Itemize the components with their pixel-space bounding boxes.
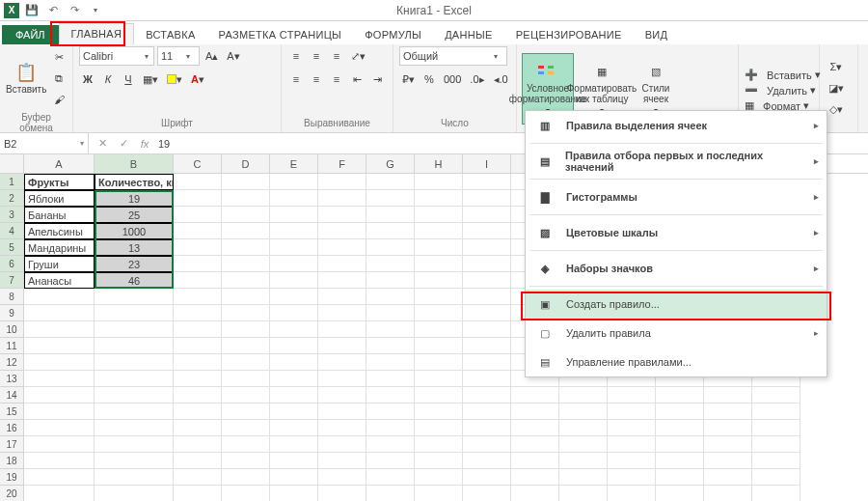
cell-J18[interactable] <box>511 453 559 469</box>
cell-E10[interactable] <box>270 321 318 338</box>
delete-cells-button[interactable]: ➖ Удалить▾ <box>745 84 821 97</box>
accept-formula-icon[interactable]: ✓ <box>116 137 131 150</box>
cell-H13[interactable] <box>415 371 463 387</box>
tab-data[interactable]: ДАННЫЕ <box>433 25 504 44</box>
cell-G19[interactable] <box>366 469 415 486</box>
cell-C4[interactable] <box>174 223 222 239</box>
cell-A1[interactable]: Фрукты <box>24 174 95 190</box>
cell-F16[interactable] <box>318 420 366 436</box>
cell-H11[interactable] <box>415 338 463 354</box>
cell-B10[interactable] <box>95 321 174 338</box>
cell-D15[interactable] <box>222 404 270 420</box>
cell-I8[interactable] <box>463 289 511 305</box>
column-header-F[interactable]: F <box>318 154 366 173</box>
cell-F1[interactable] <box>318 174 366 190</box>
cell-H17[interactable] <box>415 436 463 453</box>
cell-G10[interactable] <box>366 321 415 338</box>
cell-L18[interactable] <box>608 453 656 469</box>
cell-A19[interactable] <box>24 469 95 486</box>
cell-B12[interactable] <box>95 354 174 371</box>
cell-A8[interactable] <box>24 289 95 305</box>
cell-E20[interactable] <box>270 486 318 501</box>
number-format-dropdown[interactable]: ▾ <box>399 46 507 66</box>
font-family-input[interactable] <box>80 47 140 65</box>
cell-K20[interactable] <box>559 486 608 501</box>
cell-D10[interactable] <box>222 321 270 338</box>
cell-J17[interactable] <box>511 436 559 453</box>
tab-formulas[interactable]: ФОРМУЛЫ <box>353 25 433 44</box>
cell-D12[interactable] <box>222 354 270 371</box>
cell-E14[interactable] <box>270 387 318 404</box>
column-header-E[interactable]: E <box>270 154 318 173</box>
cell-K18[interactable] <box>559 453 608 469</box>
cell-E3[interactable] <box>270 207 318 223</box>
fx-icon[interactable]: fx <box>137 138 152 150</box>
tab-view[interactable]: ВИД <box>634 25 680 44</box>
cell-D9[interactable] <box>222 305 270 321</box>
undo-icon[interactable]: ↶ <box>44 2 62 19</box>
column-header-A[interactable]: A <box>24 154 95 173</box>
clear-icon[interactable]: ◇▾ <box>826 100 847 120</box>
cell-K14[interactable] <box>559 387 608 404</box>
cell-H4[interactable] <box>415 223 463 239</box>
row-header-20[interactable]: 20 <box>0 486 24 501</box>
font-color-button[interactable]: A▾ <box>188 70 207 89</box>
cell-F15[interactable] <box>318 404 366 420</box>
cell-B17[interactable] <box>95 436 174 453</box>
cell-A17[interactable] <box>24 436 95 453</box>
cell-D13[interactable] <box>222 371 270 387</box>
cell-B5[interactable]: 13 <box>95 239 174 256</box>
row-header-3[interactable]: 3 <box>0 207 24 223</box>
cell-A6[interactable]: Груши <box>24 256 95 272</box>
cell-B8[interactable] <box>95 289 174 305</box>
cell-G1[interactable] <box>366 174 415 190</box>
cell-H1[interactable] <box>415 174 463 190</box>
cell-O19[interactable] <box>752 469 800 486</box>
cell-I4[interactable] <box>463 223 511 239</box>
cell-H20[interactable] <box>415 486 463 501</box>
cell-H3[interactable] <box>415 207 463 223</box>
cell-B6[interactable]: 23 <box>95 256 174 272</box>
cell-F20[interactable] <box>318 486 366 501</box>
cell-G9[interactable] <box>366 305 415 321</box>
cell-E17[interactable] <box>270 436 318 453</box>
row-header-17[interactable]: 17 <box>0 436 24 453</box>
cell-F9[interactable] <box>318 305 366 321</box>
cell-H15[interactable] <box>415 404 463 420</box>
cell-K15[interactable] <box>559 404 608 420</box>
cell-D16[interactable] <box>222 420 270 436</box>
cell-N17[interactable] <box>704 436 752 453</box>
cell-B18[interactable] <box>95 453 174 469</box>
format-painter-icon[interactable]: 🖌 <box>50 90 68 109</box>
cell-I11[interactable] <box>463 338 511 354</box>
cell-C19[interactable] <box>174 469 222 486</box>
cell-B20[interactable] <box>95 486 174 501</box>
cell-C6[interactable] <box>174 256 222 272</box>
cell-F14[interactable] <box>318 387 366 404</box>
cell-H19[interactable] <box>415 469 463 486</box>
cell-A2[interactable]: Яблоки <box>24 190 95 207</box>
underline-button[interactable]: Ч <box>120 70 137 89</box>
cell-I17[interactable] <box>463 436 511 453</box>
cell-F8[interactable] <box>318 289 366 305</box>
cf-top-bottom-rules[interactable]: ▤ Правила отбора первых и последних знач… <box>526 147 827 176</box>
cell-J15[interactable] <box>511 404 559 420</box>
cell-I14[interactable] <box>463 387 511 404</box>
cell-B4[interactable]: 1000 <box>95 223 174 239</box>
column-header-B[interactable]: B <box>95 154 174 173</box>
cell-J14[interactable] <box>511 387 559 404</box>
cell-A14[interactable] <box>24 387 95 404</box>
cell-O14[interactable] <box>752 387 800 404</box>
cell-M15[interactable] <box>656 404 704 420</box>
cell-C1[interactable] <box>174 174 222 190</box>
cell-I10[interactable] <box>463 321 511 338</box>
insert-cells-button[interactable]: ➕ Вставить▾ <box>745 69 821 81</box>
cell-E16[interactable] <box>270 420 318 436</box>
cell-G14[interactable] <box>366 387 415 404</box>
cell-G12[interactable] <box>366 354 415 371</box>
cell-I16[interactable] <box>463 420 511 436</box>
cell-D8[interactable] <box>222 289 270 305</box>
cell-F18[interactable] <box>318 453 366 469</box>
cell-E19[interactable] <box>270 469 318 486</box>
cell-E13[interactable] <box>270 371 318 387</box>
